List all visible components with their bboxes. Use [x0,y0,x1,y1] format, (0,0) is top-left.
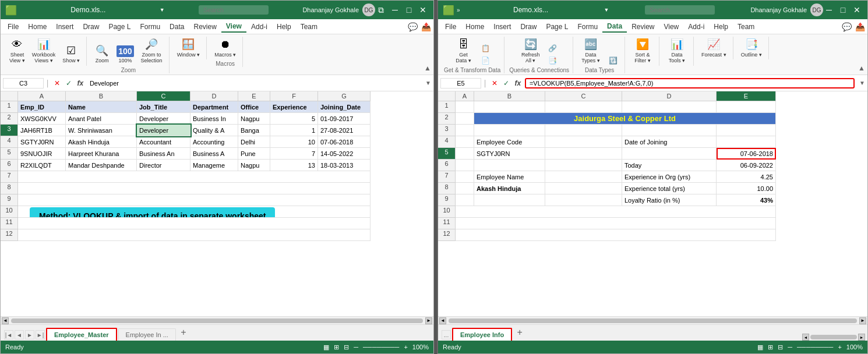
right-vscroll-thumb[interactable] [810,335,857,339]
right-cell-8E[interactable]: 10.00 [717,183,776,194]
right-cell-6B[interactable] [474,160,545,171]
left-menu-insert[interactable]: Insert [51,22,78,32]
right-cell-3D[interactable] [622,125,717,136]
right-close-btn[interactable]: ✕ [851,4,863,16]
left-zoom-plus[interactable]: + [404,344,407,351]
right-btn-recent[interactable]: 📄 [478,55,494,66]
right-hscroll[interactable]: ◄ ► [438,316,867,324]
cell-1E[interactable]: Office [238,101,270,113]
right-cell-4C[interactable] [545,136,622,148]
cell-8empty[interactable] [18,183,371,194]
left-fx-icon[interactable]: fx [76,79,85,87]
right-cell-2A[interactable] [456,113,474,125]
right-zoom-minus[interactable]: ─ [788,344,792,351]
right-sheet-tab-employee-info[interactable]: Employee Info [452,328,512,341]
cell-5B[interactable]: Harpreet Khurana [66,148,137,160]
left-view-break[interactable]: ⊟ [344,344,349,351]
left-btn-window[interactable]: 🪟 Window ▾ [174,37,203,59]
right-btn-convert[interactable]: 🔃 [605,55,621,66]
right-dropdown-icon[interactable]: ▼ [604,7,609,13]
right-cell-1E[interactable] [717,101,776,113]
right-cell-5C[interactable] [545,148,622,160]
left-menu-help[interactable]: Help [272,22,296,32]
right-hscroll-thumb[interactable] [449,318,857,323]
cell-12empty[interactable] [18,229,371,241]
right-menu-file[interactable]: File [440,22,461,32]
left-menu-view[interactable]: View [221,21,246,33]
right-cell-1D[interactable] [622,101,717,113]
right-add-sheet-btn[interactable]: + [513,326,526,339]
right-menu-addi[interactable]: Add-i [683,22,709,32]
right-tab-ellipsis[interactable]: ... [442,330,451,339]
cell-3F[interactable]: 1 [270,125,318,136]
left-menu-home[interactable]: Home [23,22,51,32]
right-cell-7E[interactable]: 4.25 [717,171,776,183]
left-hscroll-thumb[interactable] [11,318,423,323]
right-ribbon-collapse[interactable]: ▲ [858,37,865,73]
cell-4G[interactable]: 07-06-2018 [318,136,371,148]
left-restore-btn[interactable]: ⧉ [375,4,387,16]
left-sheet-tab-employee-master[interactable]: Employee_Master [46,328,117,341]
right-cancel-icon[interactable]: ✕ [490,79,499,87]
right-btn-connections[interactable]: 🔗 [545,43,561,54]
cell-5D[interactable]: Business A [190,148,238,160]
right-menu-formu[interactable]: Formu [573,22,602,32]
left-formula-expand[interactable]: ▼ [425,80,431,86]
cell-7empty[interactable] [18,171,371,183]
left-tab-prev[interactable]: ◄ [15,330,24,339]
left-col-E[interactable]: E [238,91,270,101]
left-col-B[interactable]: B [66,91,137,101]
right-cell-9A[interactable] [456,194,474,206]
cell-5F[interactable]: 7 [270,148,318,160]
cell-1A[interactable]: Emp_ID [18,101,66,113]
right-menu-data[interactable]: Data [602,21,627,33]
right-cell-7C[interactable] [545,171,622,183]
right-cell-5B[interactable]: SGTYJ0RN [474,148,545,160]
left-col-C[interactable]: C [137,91,190,101]
cell-2B[interactable]: Anant Patel [66,113,137,125]
left-col-D[interactable]: D [190,91,238,101]
right-vscroll-down[interactable]: ► [858,334,865,341]
cell-6F[interactable]: 13 [270,160,318,171]
left-dropdown-icon[interactable]: ▼ [160,7,165,13]
right-col-D[interactable]: D [622,91,717,101]
right-menu-draw[interactable]: Draw [516,22,541,32]
right-cell-11empty[interactable] [456,218,776,229]
left-menu-pagel[interactable]: Page L [104,22,135,32]
right-sheet-scroll[interactable]: A B C D E 1 [438,91,867,316]
right-share-icon[interactable]: 📤 [855,22,865,31]
left-menu-draw[interactable]: Draw [78,22,104,32]
right-cell-5D[interactable] [622,148,717,160]
cell-2C[interactable]: Developer [137,113,190,125]
right-cell-4B[interactable]: Employee Code [474,136,545,148]
right-zoom-plus[interactable]: + [838,344,841,351]
right-menu-team[interactable]: Team [733,22,759,32]
cell-4C[interactable]: Accountant [137,136,190,148]
cell-4F[interactable]: 10 [270,136,318,148]
left-col-A[interactable]: A [18,91,66,101]
right-hscroll-right[interactable]: ► [859,317,866,324]
left-zoom-slider[interactable]: ──────── [363,344,399,351]
right-cell-4D[interactable]: Date of Joining [622,136,717,148]
left-tab-first[interactable]: |◄ [4,330,13,339]
cell-5A[interactable]: 9SNUOJIR [18,148,66,160]
right-btn-new-query[interactable]: 📋 [478,43,494,54]
right-btn-getdata[interactable]: 🗄 GetData ▾ [451,37,477,66]
cell-6B[interactable]: Mandar Deshpande [66,160,137,171]
cell-4E[interactable]: Delhi [238,136,270,148]
right-menu-home[interactable]: Home [461,22,489,32]
left-menu-review[interactable]: Review [189,22,221,32]
right-cell-1C[interactable] [545,101,622,113]
right-fx-icon[interactable]: fx [513,79,523,87]
right-cell-4A[interactable] [456,136,474,148]
cell-5C[interactable]: Business An [137,148,190,160]
right-maximize-btn[interactable]: □ [837,4,849,16]
right-col-E[interactable]: E [717,91,776,101]
right-btn-outline[interactable]: 📑 Outline ▾ [738,37,765,59]
cell-2D[interactable]: Business In [190,113,238,125]
right-confirm-icon[interactable]: ✓ [502,79,511,87]
right-cell-8B[interactable]: Akash Hinduja [474,183,545,194]
right-cell-5A[interactable] [456,148,474,160]
right-collapse-icon[interactable]: ▲ [858,64,865,72]
cell-6G[interactable]: 18-03-2013 [318,160,371,171]
